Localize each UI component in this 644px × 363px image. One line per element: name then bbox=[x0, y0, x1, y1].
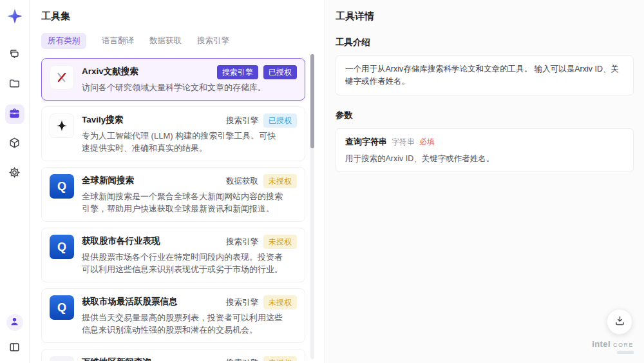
tool-card[interactable]: Q 全球新闻搜索 数据获取 未授权 全球新闻搜索是一个聚合全球各大新闻网站内容的… bbox=[41, 167, 305, 222]
tool-description: 提供当天交易量最高的股票列表，投资者可以利用这些信息来识别流动性强的股票和潜在的… bbox=[82, 312, 283, 336]
tool-tags: 搜索引擎 已授权 bbox=[226, 113, 297, 128]
category-tag: 搜索引擎 bbox=[226, 358, 258, 361]
rail-bottom bbox=[6, 314, 23, 357]
tool-card[interactable]: Arxiv文献搜索 搜索引擎 已授权 访问各个研究领域大量科学论文和文章的存储库… bbox=[41, 58, 305, 101]
tab-2[interactable]: 数据获取 bbox=[149, 33, 182, 49]
brand-core: core bbox=[613, 339, 634, 349]
tool-card[interactable]: 万维地区新闻查询 搜索引擎 未授权 查询具体行政区划内的新闻，快速了解各地新闻动 bbox=[41, 349, 305, 361]
tool-name: 全球新闻搜索 bbox=[82, 174, 134, 186]
tab-0[interactable]: 所有类别 bbox=[41, 33, 86, 49]
params-heading: 参数 bbox=[336, 110, 634, 121]
blue-search-icon: Q bbox=[50, 235, 74, 259]
scrollbar-thumb[interactable] bbox=[310, 54, 314, 148]
tool-card[interactable]: Q 获取市场最活跃股票信息 搜索引擎 未授权 提供当天交易量最高的股票列表，投资… bbox=[41, 288, 305, 343]
folder-icon bbox=[8, 77, 21, 92]
sidebar-item-models[interactable] bbox=[5, 134, 24, 153]
download-button[interactable] bbox=[607, 309, 632, 335]
param-name: 查询字符串 bbox=[345, 136, 387, 148]
tool-list-panel: 工具集 所有类别语言翻译数据获取搜索引擎 Arxiv文献搜索 搜索引擎 已授权 … bbox=[30, 0, 325, 363]
tool-name: 获取市场最活跃股票信息 bbox=[82, 295, 178, 308]
detail-title: 工具详情 bbox=[336, 10, 634, 23]
tool-name: 获取股市各行业表现 bbox=[82, 235, 160, 247]
tool-name: Arxiv文献搜索 bbox=[82, 65, 138, 77]
category-tag: 搜索引擎 bbox=[217, 65, 258, 79]
intro-heading: 工具介绍 bbox=[336, 37, 634, 48]
chat-icon bbox=[8, 48, 21, 62]
tool-card[interactable]: Tavily搜索 搜索引擎 已授权 专为人工智能代理 (LLM) 构建的搜索引擎… bbox=[41, 106, 305, 161]
brand-bar bbox=[617, 351, 634, 354]
auth-status-badge: 已授权 bbox=[263, 65, 297, 79]
category-tag: 数据获取 bbox=[226, 176, 258, 187]
auth-status-badge: 未授权 bbox=[263, 174, 297, 188]
arxiv-logo-icon bbox=[50, 65, 74, 90]
tool-tags: 搜索引擎 未授权 bbox=[226, 235, 297, 249]
tool-name: Tavily搜索 bbox=[82, 113, 123, 126]
tab-1[interactable]: 语言翻译 bbox=[102, 33, 134, 49]
tool-list: Arxiv文献搜索 搜索引擎 已授权 访问各个研究领域大量科学论文和文章的存储库… bbox=[41, 58, 325, 361]
page-title: 工具集 bbox=[41, 10, 325, 23]
category-tag: 搜索引擎 bbox=[226, 237, 258, 248]
tool-description: 专为人工智能代理 (LLM) 构建的搜索引擎工具。可快速提供实时、准确和真实的结… bbox=[82, 130, 283, 154]
param-box: 查询字符串 字符串 必填 用于搜索的Arxiv ID、关键字或作者姓名。 bbox=[336, 128, 634, 172]
download-icon bbox=[614, 315, 626, 329]
sidebar-item-chat[interactable] bbox=[5, 45, 24, 64]
tool-detail-panel: 工具详情 工具介绍 一个用于从Arxiv存储库搜索科学论文和文章的工具。 输入可… bbox=[325, 0, 644, 363]
briefcase-icon bbox=[8, 107, 21, 121]
sidebar-item-files[interactable] bbox=[5, 75, 24, 94]
tool-description: 提供股票市场各个行业在特定时间段内的表现。投资者可以利用这些信息来识别表现优于或… bbox=[82, 251, 283, 275]
tab-3[interactable]: 搜索引擎 bbox=[197, 33, 229, 49]
auth-status-badge: 未授权 bbox=[263, 295, 297, 309]
sidebar-item-account[interactable] bbox=[6, 314, 23, 331]
category-tabs: 所有类别语言翻译数据获取搜索引擎 bbox=[41, 33, 325, 49]
scrollbar-track[interactable] bbox=[310, 54, 314, 359]
intel-core-logo: intel core bbox=[592, 340, 634, 354]
blue-search-icon: Q bbox=[50, 174, 74, 199]
category-tag: 搜索引擎 bbox=[226, 115, 258, 126]
avatar-icon bbox=[9, 316, 20, 329]
app-window: 工具集 所有类别语言翻译数据获取搜索引擎 Arxiv文献搜索 搜索引擎 已授权 … bbox=[0, 0, 644, 363]
param-type: 字符串 bbox=[392, 137, 415, 148]
category-tag: 搜索引擎 bbox=[226, 297, 258, 308]
param-header: 查询字符串 字符串 必填 bbox=[345, 136, 624, 148]
cube-icon bbox=[8, 137, 21, 151]
app-logo-icon bbox=[5, 6, 24, 26]
intro-box: 一个用于从Arxiv存储库搜索科学论文和文章的工具。 输入可以是Arxiv ID… bbox=[336, 55, 634, 95]
intro-text: 一个用于从Arxiv存储库搜索科学论文和文章的工具。 输入可以是Arxiv ID… bbox=[345, 63, 624, 88]
left-rail bbox=[0, 0, 30, 363]
gear-icon bbox=[8, 166, 21, 181]
tool-name: 万维地区新闻查询 bbox=[82, 356, 151, 361]
tool-tags: 搜索引擎 已授权 bbox=[217, 65, 297, 79]
param-desc: 用于搜索的Arxiv ID、关键字或作者姓名。 bbox=[345, 153, 624, 164]
tool-tags: 数据获取 未授权 bbox=[226, 174, 297, 188]
brand-intel: intel bbox=[592, 339, 611, 349]
blue-search-icon: Q bbox=[50, 295, 74, 320]
regional-news-icon bbox=[50, 356, 74, 361]
auth-status-badge: 未授权 bbox=[263, 356, 297, 361]
sidebar-item-collapse-panel[interactable] bbox=[6, 340, 23, 357]
auth-status-badge: 未授权 bbox=[263, 235, 297, 249]
param-required-badge: 必填 bbox=[419, 137, 435, 148]
tool-tags: 搜索引擎 未授权 bbox=[226, 356, 297, 361]
rail-nav bbox=[5, 45, 24, 183]
sidebar-item-settings[interactable] bbox=[5, 164, 24, 183]
tool-tags: 搜索引擎 未授权 bbox=[226, 295, 297, 309]
auth-status-badge: 已授权 bbox=[263, 113, 297, 128]
sidebar-item-tools[interactable] bbox=[5, 104, 24, 124]
sparkle-star-icon bbox=[50, 113, 74, 138]
tool-description: 全球新闻搜索是一个聚合全球各大新闻网站内容的搜索引擎，帮助用户快速获取全球最新资… bbox=[82, 191, 283, 215]
panel-toggle-icon bbox=[8, 341, 21, 355]
tool-card[interactable]: Q 获取股市各行业表现 搜索引擎 未授权 提供股票市场各个行业在特定时间段内的表… bbox=[41, 228, 305, 282]
tool-description: 访问各个研究领域大量科学论文和文章的存储库。 bbox=[82, 82, 283, 93]
